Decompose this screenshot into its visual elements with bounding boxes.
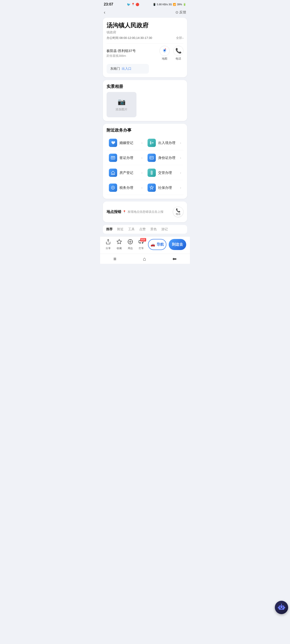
nav-label: 导航 [156,242,164,247]
service-item-id[interactable]: 身份证办理 › [145,151,183,165]
special-badge: 特惠 [140,238,146,242]
traffic-icon [148,168,156,177]
service-name-tax: 税务办理 [119,186,139,190]
visa-icon [109,154,117,162]
service-item-traffic[interactable]: 交管办理 › [145,166,183,180]
nearby-label: 周边 [128,246,133,250]
car-icon: 🚗 [151,242,155,247]
map-icon [162,48,168,54]
service-name-visa: 签证办理 [119,156,139,160]
report-row: 地点报错 📍 发现地点信息错误点击上报 📞 电话 [107,205,183,218]
app-icon-1: 🐦 [127,3,131,6]
svg-point-3 [164,50,164,50]
report-dot-icon: 📍 [123,210,126,214]
bottom-action-bar: 分享 收藏 周边 特惠 打车 🚗 导航 到这去 [100,236,190,254]
phone-label: 电话 [176,57,181,61]
status-icons: 📳 5.80 KB/s 3G 📶 39% 🔋 [153,3,186,6]
tab-scenery[interactable]: 景色 [150,227,157,232]
collect-button[interactable]: 收藏 [115,239,124,250]
svg-marker-21 [117,240,122,244]
phone-btn-label: 电话 [176,212,180,216]
report-phone-button[interactable]: 📞 电话 [173,206,183,217]
address-row: 枞阳县-胜利组37号 距你直线388m 地图 [107,46,183,61]
office-hours-all-button[interactable]: 全部 › [176,36,183,40]
service-item-visa[interactable]: 签证办理 › [107,151,145,165]
status-left-icons: 🐦 📍 🔴 [127,3,139,6]
property-icon [109,168,117,177]
svg-point-6 [112,157,114,158]
service-item-marriage[interactable]: 婚姻登记 › [107,136,145,150]
status-time: 23:07 [104,2,113,6]
service-name-marriage: 婚姻登记 [119,141,139,145]
map-button[interactable]: 地图 [159,46,170,61]
tab-tools[interactable]: 工具 [128,227,135,232]
address-actions: 地图 📞 电话 [159,46,183,61]
add-photo-button[interactable]: 📷 添加图片 [107,92,136,117]
back-button[interactable]: ‹ [104,10,105,15]
star-icon [116,239,122,246]
photo-album-card: 实景相册 📷 添加图片 [103,80,187,121]
svg-point-14 [151,172,152,172]
gov-services-card: 附近政务办事 婚姻登记 › 出入境办理 › 签证办理 › [103,124,187,199]
service-name-social: 社保办理 [158,186,178,190]
camera-icon: 📷 [118,98,126,106]
go-here-button[interactable]: 到这去 [169,239,186,250]
service-name-property: 房产登记 [119,171,139,175]
tab-like[interactable]: 点赞 [139,227,146,232]
office-hours-row: 办公时间 08:00-12:00,14:30-17:30 全部 › [107,36,183,40]
service-arrow-id: › [180,156,181,160]
battery-icon: 🔋 [183,3,186,6]
vibrate-icon: 📳 [153,3,156,6]
phone-icon-circle: 📞 [173,46,183,56]
divider [107,43,183,44]
home-button[interactable]: ⌂ [143,256,146,262]
report-left: 地点报错 📍 发现地点信息错误点击上报 [107,210,163,214]
service-item-property[interactable]: 房产登记 › [107,166,145,180]
service-name-border: 出入境办理 [158,141,178,145]
feedback-icon: ⊙ [175,10,178,14]
service-name-id: 身份证办理 [158,156,178,160]
menu-button[interactable]: ≡ [113,256,116,262]
chevron-right-icon: › [182,36,183,40]
system-nav-bar: ≡ ⌂ ⬅ [100,254,190,264]
service-item-social[interactable]: 社保办理 › [145,180,183,195]
share-icon [105,239,111,246]
map-icon-circle [159,46,170,56]
app-icon-2: 📍 [131,3,135,6]
service-arrow-property: › [141,171,142,174]
feedback-button[interactable]: ⊙ 反馈 [175,10,186,14]
service-arrow-social: › [180,186,181,190]
navigate-button[interactable]: 🚗 导航 [148,239,166,250]
report-error-card: 地点报错 📍 发现地点信息错误点击上报 📞 电话 [103,202,187,222]
office-hours-text: 办公时间 08:00-12:00,14:30-17:30 [107,36,152,40]
report-title: 地点报错 [107,210,121,214]
svg-rect-5 [111,156,115,159]
tab-travel[interactable]: 游记 [161,227,168,232]
status-bar: 23:07 🐦 📍 🔴 📳 5.80 KB/s 3G 📶 39% 🔋 [100,0,190,8]
svg-point-23 [130,241,131,242]
place-type: 镇政府 [107,30,183,34]
tab-nearby[interactable]: 附近 [117,227,124,232]
nearby-icon [128,239,133,246]
nav-bar: ‹ ⊙ 反馈 [100,8,190,18]
phone-button[interactable]: 📞 电话 [173,46,183,61]
service-arrow-border: › [180,141,181,145]
share-button[interactable]: 分享 [104,239,113,250]
service-item-border[interactable]: 出入境办理 › [145,136,183,150]
add-photo-label: 添加图片 [116,108,128,112]
marriage-icon [109,139,117,147]
service-item-tax[interactable]: 税务办理 › [107,180,145,195]
photo-section-title: 实景相册 [107,84,183,89]
tab-recommend[interactable]: 推荐 [106,227,113,232]
svg-point-4 [165,48,166,50]
entrance-button[interactable]: 东南门 出入口 [107,64,149,74]
nearby-button[interactable]: 周边 [126,239,135,250]
scroll-tabs: 推荐 附近 工具 点赞 景色 游记 [103,225,187,234]
entrance-tag: 出入口 [122,67,131,71]
service-arrow-tax: › [141,186,142,190]
back-system-button[interactable]: ⬅ [172,256,177,262]
entrance-name: 东南门 [110,67,120,71]
svg-point-28 [140,242,141,243]
phone-btn-icon: 📞 [176,208,180,212]
taxi-button[interactable]: 特惠 打车 [137,239,146,250]
